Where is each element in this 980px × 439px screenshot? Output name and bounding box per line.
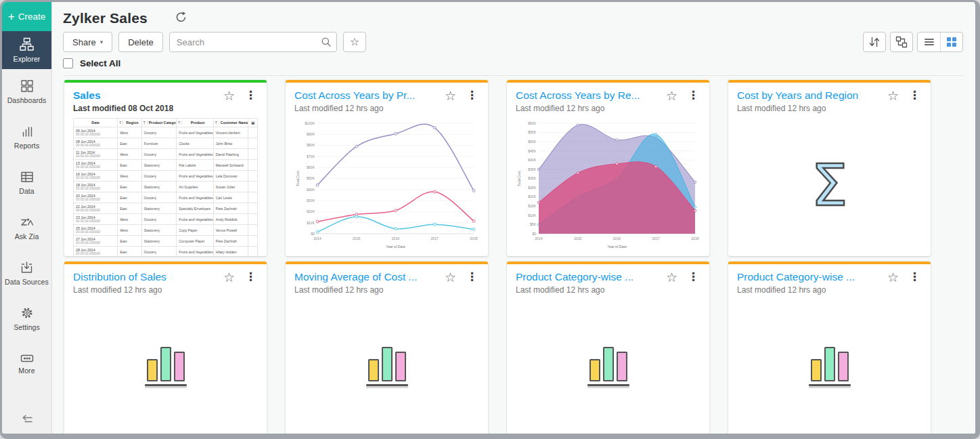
card-title[interactable]: Product Category-wise ... xyxy=(516,271,661,283)
card-title[interactable]: Cost by Years and Region xyxy=(737,89,882,102)
page-header: Zylker Sales xyxy=(52,2,975,27)
sidebar-item-reports[interactable]: Reports xyxy=(2,114,51,160)
favorite-star-icon[interactable]: ☆ xyxy=(223,89,235,102)
reports-icon xyxy=(20,125,34,138)
sidebar-item-data[interactable]: Data xyxy=(2,160,51,205)
table-row[interactable]: 27 Jun 201400:00:00.000000EastStationery… xyxy=(74,236,258,247)
card-sales[interactable]: Sales Last modified 08 Oct 2018 ☆ ⋮ Date… xyxy=(64,80,267,256)
table-row[interactable]: 11 Jun 201400:00:00.000000WestGroceryFru… xyxy=(74,149,258,160)
card-header: Cost Across Years by Pr... Last modified… xyxy=(294,83,479,113)
view-controls xyxy=(863,32,963,52)
list-view-button[interactable] xyxy=(918,33,940,51)
sidebar-item-more[interactable]: More xyxy=(2,341,51,387)
card-cost-years-region-summary[interactable]: Cost by Years and Region Last modified 1… xyxy=(728,80,931,256)
hierarchy-view-button[interactable] xyxy=(890,32,913,52)
chart-placeholder xyxy=(294,299,479,433)
favorite-star-icon[interactable]: ☆ xyxy=(666,271,677,284)
favorite-star-icon[interactable]: ☆ xyxy=(887,89,899,102)
table-menu-icon[interactable]: ▤ xyxy=(248,119,258,127)
favorites-filter-button[interactable]: ☆ xyxy=(343,32,366,52)
svg-text:$90K: $90K xyxy=(307,132,315,136)
reports-grid: Sales Last modified 08 Oct 2018 ☆ ⋮ Date… xyxy=(52,76,975,434)
table-row[interactable]: 28 Jun 201400:00:00.000000EastGroceryFru… xyxy=(74,247,258,257)
sales-table: DateTRegionTProduct CategoryTProductTCus… xyxy=(73,118,258,256)
favorite-star-icon[interactable]: ☆ xyxy=(223,271,235,284)
card-distribution-of-sales[interactable]: Distribution of Sales Last modified 12 h… xyxy=(64,262,267,434)
svg-text:2017: 2017 xyxy=(652,236,660,241)
table-row[interactable]: 23 Jun 201400:00:00.000000WestGroceryFru… xyxy=(74,214,258,225)
svg-text:$25K: $25K xyxy=(528,186,536,190)
card-header: Product Category-wise ... Last modified … xyxy=(737,264,922,295)
sidebar-item-ask-zia[interactable]: Ask Zia xyxy=(2,205,51,251)
card-title[interactable]: Cost Across Years by Re... xyxy=(516,89,661,102)
table-row[interactable]: 06 Jun 201400:00:00.000000WestGroceryFru… xyxy=(74,127,258,138)
kebab-menu-icon[interactable]: ⋮ xyxy=(466,271,478,284)
table-row[interactable]: 16 Jun 201400:00:00.000000WestGroceryFru… xyxy=(74,171,258,182)
sidebar-item-settings[interactable]: Settings xyxy=(2,296,51,341)
table-row[interactable]: 22 Jun 201400:00:00.000000EastStationery… xyxy=(74,203,258,214)
card-cost-by-region[interactable]: Cost Across Years by Re... Last modified… xyxy=(507,80,709,256)
kebab-menu-icon[interactable]: ⋮ xyxy=(688,89,699,102)
table-row[interactable]: 18 Jun 201400:00:00.000000EastStationery… xyxy=(74,182,258,192)
line-chart: $0$10K$20K$30K$40K$50K$60K$70K$80K$90K$1… xyxy=(294,118,479,251)
table-row[interactable]: 20 Jun 201400:00:00.000000EastGroceryFru… xyxy=(74,192,258,203)
grid-view-button[interactable] xyxy=(940,33,962,51)
collapse-sidebar-button[interactable] xyxy=(2,407,51,434)
svg-text:$30K: $30K xyxy=(528,176,536,180)
card-title[interactable]: Moving Average of Cost ... xyxy=(294,271,439,283)
table-row[interactable]: 13 Jun 201400:00:00.000000EastStationery… xyxy=(74,160,258,171)
kebab-menu-icon[interactable]: ⋮ xyxy=(466,89,478,102)
share-button[interactable]: Share ▾ xyxy=(63,32,112,52)
kebab-menu-icon[interactable]: ⋮ xyxy=(909,271,920,284)
kebab-menu-icon[interactable]: ⋮ xyxy=(245,89,257,102)
card-cost-by-product[interactable]: Cost Across Years by Pr... Last modified… xyxy=(286,80,488,256)
sort-button[interactable] xyxy=(863,32,886,52)
kebab-menu-icon[interactable]: ⋮ xyxy=(245,271,257,284)
sidebar-item-label: Explorer xyxy=(14,55,41,63)
table-row[interactable]: 08 Jun 201400:00:00.000000EastFurnitureC… xyxy=(74,138,258,149)
chart-placeholder xyxy=(73,299,258,433)
kebab-menu-icon[interactable]: ⋮ xyxy=(909,89,920,102)
card-title[interactable]: Cost Across Years by Pr... xyxy=(294,89,439,102)
search-icon xyxy=(321,37,332,47)
select-all-label: Select All xyxy=(80,58,120,68)
svg-text:2017: 2017 xyxy=(430,236,439,241)
hierarchy-icon xyxy=(895,35,908,49)
svg-text:$40K: $40K xyxy=(528,158,536,162)
favorite-star-icon[interactable]: ☆ xyxy=(666,89,677,102)
svg-text:$10K: $10K xyxy=(528,213,536,217)
grid-view-icon xyxy=(947,37,956,47)
share-label: Share xyxy=(72,37,96,47)
card-product-category-wise-2[interactable]: Product Category-wise ... Last modified … xyxy=(728,262,931,434)
favorite-star-icon[interactable]: ☆ xyxy=(445,89,456,102)
card-title[interactable]: Distribution of Sales xyxy=(73,271,218,283)
create-button[interactable]: + Create xyxy=(2,2,51,31)
filter-icon[interactable]: T xyxy=(215,121,219,125)
svg-text:$20K: $20K xyxy=(307,209,315,213)
area-chart: $0$5K$10K$15K$20K$25K$30K$35K$40K$45K$50… xyxy=(516,118,700,251)
filter-icon[interactable]: T xyxy=(178,121,182,125)
svg-text:2016: 2016 xyxy=(613,236,621,241)
favorite-star-icon[interactable]: ☆ xyxy=(445,271,456,284)
card-product-category-wise-1[interactable]: Product Category-wise ... Last modified … xyxy=(507,262,709,434)
card-title[interactable]: Product Category-wise ... xyxy=(737,271,882,283)
sidebar-item-dashboards[interactable]: Dashboards xyxy=(2,69,51,114)
svg-text:2015: 2015 xyxy=(353,236,361,241)
select-all-checkbox[interactable] xyxy=(63,58,73,68)
table-row[interactable]: 25 Jun 201400:00:00.000000WestStationery… xyxy=(74,225,258,236)
svg-text:$0: $0 xyxy=(311,232,315,236)
filter-icon[interactable]: T xyxy=(119,121,123,125)
sidebar-item-label: Data Sources xyxy=(5,278,49,286)
kebab-menu-icon[interactable]: ⋮ xyxy=(688,271,699,284)
sidebar-item-data-sources[interactable]: Data Sources xyxy=(2,251,51,296)
sidebar-item-explorer[interactable]: Explorer xyxy=(2,31,51,69)
card-title[interactable]: Sales xyxy=(73,89,218,102)
card-moving-average-of-cost[interactable]: Moving Average of Cost ... Last modified… xyxy=(286,262,488,434)
refresh-button[interactable] xyxy=(173,9,189,27)
delete-button[interactable]: Delete xyxy=(118,32,163,52)
favorite-star-icon[interactable]: ☆ xyxy=(887,271,899,284)
card-header: Cost by Years and Region Last modified 1… xyxy=(737,83,922,113)
filter-icon[interactable]: T xyxy=(143,121,148,125)
search-input[interactable] xyxy=(169,32,337,52)
star-icon: ☆ xyxy=(350,37,359,47)
